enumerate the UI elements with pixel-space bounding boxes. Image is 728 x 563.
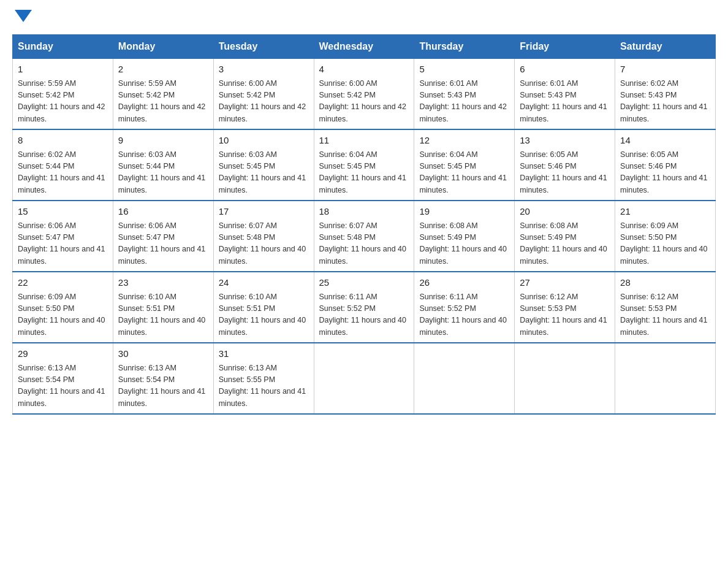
day-cell: 7Sunrise: 6:02 AMSunset: 5:43 PMDaylight… — [615, 59, 716, 130]
day-info: Sunrise: 6:06 AMSunset: 5:47 PMDaylight:… — [18, 220, 108, 268]
day-number: 2 — [118, 63, 208, 77]
day-number: 5 — [419, 63, 509, 77]
day-cell: 22Sunrise: 6:09 AMSunset: 5:50 PMDayligh… — [13, 272, 113, 343]
day-number: 21 — [620, 205, 710, 219]
day-info: Sunrise: 6:11 AMSunset: 5:52 PMDaylight:… — [319, 291, 409, 339]
day-info: Sunrise: 6:00 AMSunset: 5:42 PMDaylight:… — [319, 78, 409, 126]
day-number: 25 — [319, 276, 409, 290]
day-info: Sunrise: 6:02 AMSunset: 5:44 PMDaylight:… — [18, 149, 108, 197]
day-cell: 13Sunrise: 6:05 AMSunset: 5:46 PMDayligh… — [515, 129, 615, 201]
day-cell: 30Sunrise: 6:13 AMSunset: 5:54 PMDayligh… — [113, 343, 213, 414]
header-monday: Monday — [113, 35, 213, 59]
day-number: 19 — [419, 205, 509, 219]
day-number: 26 — [419, 276, 509, 290]
day-cell: 14Sunrise: 6:05 AMSunset: 5:46 PMDayligh… — [615, 129, 716, 201]
day-cell — [515, 343, 615, 414]
day-cell: 26Sunrise: 6:11 AMSunset: 5:52 PMDayligh… — [414, 272, 515, 343]
day-cell: 19Sunrise: 6:08 AMSunset: 5:49 PMDayligh… — [414, 201, 515, 272]
day-number: 8 — [18, 134, 108, 148]
day-cell: 8Sunrise: 6:02 AMSunset: 5:44 PMDaylight… — [13, 129, 113, 201]
day-info: Sunrise: 6:04 AMSunset: 5:45 PMDaylight:… — [419, 149, 509, 197]
week-row-2: 8Sunrise: 6:02 AMSunset: 5:44 PMDaylight… — [13, 129, 716, 201]
day-info: Sunrise: 6:03 AMSunset: 5:44 PMDaylight:… — [118, 149, 208, 197]
day-info: Sunrise: 6:02 AMSunset: 5:43 PMDaylight:… — [620, 78, 710, 126]
day-cell: 6Sunrise: 6:01 AMSunset: 5:43 PMDaylight… — [515, 59, 615, 130]
day-number: 30 — [118, 347, 208, 361]
day-cell: 10Sunrise: 6:03 AMSunset: 5:45 PMDayligh… — [213, 129, 314, 201]
header-tuesday: Tuesday — [213, 35, 314, 59]
day-info: Sunrise: 6:09 AMSunset: 5:50 PMDaylight:… — [18, 291, 108, 339]
day-info: Sunrise: 6:08 AMSunset: 5:49 PMDaylight:… — [419, 220, 509, 268]
day-number: 15 — [18, 205, 108, 219]
day-cell: 28Sunrise: 6:12 AMSunset: 5:53 PMDayligh… — [615, 272, 716, 343]
day-cell: 9Sunrise: 6:03 AMSunset: 5:44 PMDaylight… — [113, 129, 213, 201]
day-cell: 15Sunrise: 6:06 AMSunset: 5:47 PMDayligh… — [13, 201, 113, 272]
day-number: 22 — [18, 276, 108, 290]
day-info: Sunrise: 6:06 AMSunset: 5:47 PMDaylight:… — [118, 220, 208, 268]
day-number: 1 — [18, 63, 108, 77]
day-cell: 31Sunrise: 6:13 AMSunset: 5:55 PMDayligh… — [213, 343, 314, 414]
day-cell: 16Sunrise: 6:06 AMSunset: 5:47 PMDayligh… — [113, 201, 213, 272]
day-cell: 20Sunrise: 6:08 AMSunset: 5:49 PMDayligh… — [515, 201, 615, 272]
day-number: 3 — [219, 63, 309, 77]
day-cell: 2Sunrise: 5:59 AMSunset: 5:42 PMDaylight… — [113, 59, 213, 130]
day-cell: 29Sunrise: 6:13 AMSunset: 5:54 PMDayligh… — [13, 343, 113, 414]
day-cell — [314, 343, 414, 414]
day-info: Sunrise: 6:05 AMSunset: 5:46 PMDaylight:… — [620, 149, 710, 197]
week-row-4: 22Sunrise: 6:09 AMSunset: 5:50 PMDayligh… — [13, 272, 716, 343]
day-number: 31 — [219, 347, 309, 361]
day-number: 9 — [118, 134, 208, 148]
day-info: Sunrise: 6:01 AMSunset: 5:43 PMDaylight:… — [419, 78, 509, 126]
day-info: Sunrise: 6:01 AMSunset: 5:43 PMDaylight:… — [520, 78, 610, 126]
day-info: Sunrise: 5:59 AMSunset: 5:42 PMDaylight:… — [118, 78, 208, 126]
day-number: 4 — [319, 63, 409, 77]
day-info: Sunrise: 6:11 AMSunset: 5:52 PMDaylight:… — [419, 291, 509, 339]
day-cell: 23Sunrise: 6:10 AMSunset: 5:51 PMDayligh… — [113, 272, 213, 343]
header-thursday: Thursday — [414, 35, 515, 59]
day-cell: 5Sunrise: 6:01 AMSunset: 5:43 PMDaylight… — [414, 59, 515, 130]
day-cell: 1Sunrise: 5:59 AMSunset: 5:42 PMDaylight… — [13, 59, 113, 130]
day-info: Sunrise: 6:03 AMSunset: 5:45 PMDaylight:… — [219, 149, 309, 197]
day-info: Sunrise: 6:13 AMSunset: 5:55 PMDaylight:… — [219, 362, 309, 410]
day-cell: 18Sunrise: 6:07 AMSunset: 5:48 PMDayligh… — [314, 201, 414, 272]
day-number: 16 — [118, 205, 208, 219]
day-number: 20 — [520, 205, 610, 219]
day-cell: 25Sunrise: 6:11 AMSunset: 5:52 PMDayligh… — [314, 272, 414, 343]
header-row: SundayMondayTuesdayWednesdayThursdayFrid… — [13, 35, 716, 59]
day-number: 11 — [319, 134, 409, 148]
header-sunday: Sunday — [13, 35, 113, 59]
day-info: Sunrise: 6:10 AMSunset: 5:51 PMDaylight:… — [219, 291, 309, 339]
day-info: Sunrise: 6:12 AMSunset: 5:53 PMDaylight:… — [520, 291, 610, 339]
day-cell: 21Sunrise: 6:09 AMSunset: 5:50 PMDayligh… — [615, 201, 716, 272]
day-cell — [615, 343, 716, 414]
header-wednesday: Wednesday — [314, 35, 414, 59]
week-row-1: 1Sunrise: 5:59 AMSunset: 5:42 PMDaylight… — [13, 59, 716, 130]
day-number: 17 — [219, 205, 309, 219]
day-number: 13 — [520, 134, 610, 148]
day-info: Sunrise: 6:08 AMSunset: 5:49 PMDaylight:… — [520, 220, 610, 268]
day-cell: 12Sunrise: 6:04 AMSunset: 5:45 PMDayligh… — [414, 129, 515, 201]
day-info: Sunrise: 5:59 AMSunset: 5:42 PMDaylight:… — [18, 78, 108, 126]
day-number: 23 — [118, 276, 208, 290]
day-number: 28 — [620, 276, 710, 290]
day-info: Sunrise: 6:00 AMSunset: 5:42 PMDaylight:… — [219, 78, 309, 126]
day-cell: 17Sunrise: 6:07 AMSunset: 5:48 PMDayligh… — [213, 201, 314, 272]
day-info: Sunrise: 6:07 AMSunset: 5:48 PMDaylight:… — [219, 220, 309, 268]
day-number: 24 — [219, 276, 309, 290]
week-row-3: 15Sunrise: 6:06 AMSunset: 5:47 PMDayligh… — [13, 201, 716, 272]
day-number: 10 — [219, 134, 309, 148]
day-info: Sunrise: 6:04 AMSunset: 5:45 PMDaylight:… — [319, 149, 409, 197]
page-header — [12, 12, 716, 22]
day-info: Sunrise: 6:09 AMSunset: 5:50 PMDaylight:… — [620, 220, 710, 268]
day-cell — [414, 343, 515, 414]
day-number: 14 — [620, 134, 710, 148]
day-number: 18 — [319, 205, 409, 219]
day-number: 7 — [620, 63, 710, 77]
logo-triangle-icon — [15, 10, 32, 22]
logo — [12, 12, 32, 22]
day-cell: 3Sunrise: 6:00 AMSunset: 5:42 PMDaylight… — [213, 59, 314, 130]
day-number: 12 — [419, 134, 509, 148]
day-info: Sunrise: 6:05 AMSunset: 5:46 PMDaylight:… — [520, 149, 610, 197]
header-friday: Friday — [515, 35, 615, 59]
day-cell: 24Sunrise: 6:10 AMSunset: 5:51 PMDayligh… — [213, 272, 314, 343]
